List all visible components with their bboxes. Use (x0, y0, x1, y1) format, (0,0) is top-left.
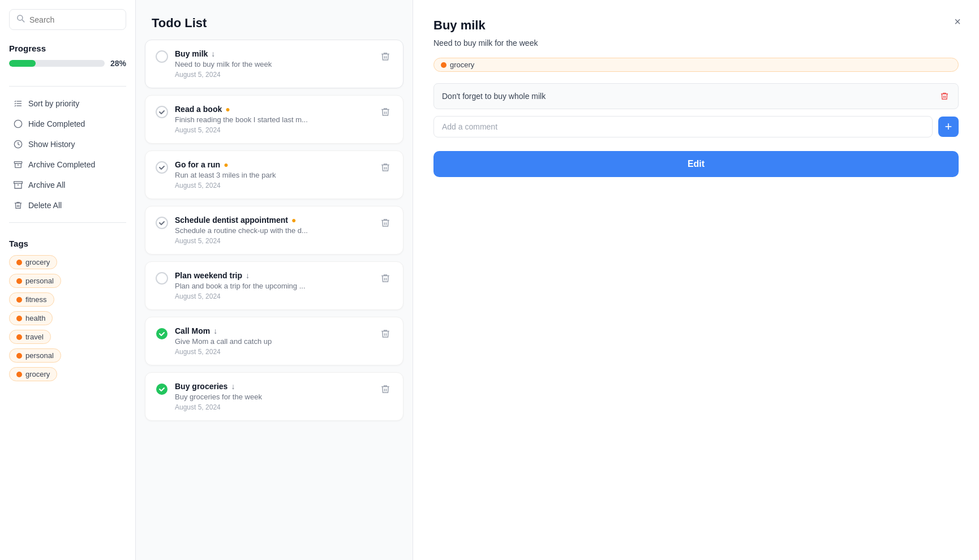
search-input[interactable] (29, 15, 119, 24)
trash-icon-5 (380, 273, 390, 283)
search-icon (16, 14, 25, 25)
tag-label: travel (25, 333, 44, 341)
todo-card-go-run[interactable]: Go for a run ● Run at least 3 miles in t… (145, 150, 403, 199)
priority-indicator-5: ↓ (246, 271, 250, 280)
todo-card-read-book[interactable]: Read a book ● Finish reading the book I … (145, 95, 403, 144)
tag-dot (16, 334, 22, 340)
progress-label: Progress (9, 44, 126, 53)
delete-btn-5[interactable] (378, 271, 393, 286)
divider-1 (9, 86, 126, 87)
todo-content-2: Read a book ● Finish reading the book I … (175, 105, 371, 134)
edit-button[interactable]: Edit (433, 151, 959, 177)
todo-card-buy-groceries[interactable]: Buy groceries ↓ Buy groceries for the we… (145, 372, 403, 421)
svg-rect-8 (14, 182, 23, 183)
delete-btn-2[interactable] (378, 105, 393, 119)
delete-btn-4[interactable] (378, 216, 393, 230)
detail-description: Need to buy milk for the week (433, 38, 959, 48)
tags-section: Tags grocery personal fitness health tra… (9, 239, 126, 386)
archive-icon (14, 160, 23, 169)
todo-content-7: Buy groceries ↓ Buy groceries for the we… (175, 382, 371, 411)
check-icon-4 (156, 217, 168, 231)
todo-card-dentist[interactable]: Schedule dentist appointment ● Schedule … (145, 206, 403, 255)
tag-fitness[interactable]: fitness (9, 292, 54, 307)
delete-all-label: Delete All (28, 201, 62, 210)
todo-desc-5: Plan and book a trip for the upcoming ..… (175, 282, 371, 290)
todo-title-row-4: Schedule dentist appointment ● (175, 216, 371, 225)
todo-content-1: Buy milk ↓ Need to buy milk for the week… (175, 49, 371, 79)
note-delete-button[interactable] (939, 91, 950, 102)
todo-card-call-mom[interactable]: Call Mom ↓ Give Mom a call and catch up … (145, 317, 403, 365)
close-button[interactable]: × (952, 14, 963, 29)
check-icon-6 (156, 328, 168, 342)
trash-icon-1 (380, 51, 390, 62)
tag-grocery-2[interactable]: grocery (9, 367, 57, 381)
delete-btn-3[interactable] (378, 160, 393, 175)
tag-personal-2[interactable]: personal (9, 348, 61, 363)
hide-completed-label: Hide Completed (28, 119, 85, 128)
trash-icon (14, 201, 23, 210)
todo-title-7: Buy groceries (175, 382, 227, 391)
archive-all-icon (14, 180, 23, 189)
detail-tag[interactable]: grocery (433, 58, 959, 72)
tag-dot-detail (441, 62, 446, 68)
tag-label: personal (25, 351, 54, 360)
tag-health[interactable]: health (9, 311, 53, 325)
svg-point-12 (156, 162, 168, 173)
priority-indicator-7: ↓ (231, 382, 235, 391)
comment-input[interactable] (433, 116, 933, 137)
trash-icon-2 (380, 107, 390, 117)
tag-label: grocery (25, 370, 50, 378)
todo-card-buy-milk[interactable]: Buy milk ↓ Need to buy milk for the week… (145, 40, 403, 88)
priority-indicator-3: ● (224, 160, 228, 169)
tag-dot (16, 372, 22, 377)
tag-personal-1[interactable]: personal (9, 274, 61, 288)
trash-icon-4 (380, 218, 390, 228)
tag-label: grocery (25, 258, 50, 266)
detail-tag-label: grocery (450, 61, 474, 69)
svg-point-13 (156, 217, 168, 229)
trash-icon-7 (380, 384, 390, 394)
todo-desc-3: Run at least 3 miles in the park (175, 171, 371, 179)
sort-icon (14, 99, 23, 108)
circle-icon (14, 119, 23, 128)
add-comment-button[interactable]: + (938, 117, 959, 137)
menu-item-show-history[interactable]: Show History (9, 134, 126, 154)
priority-indicator-2: ● (225, 105, 230, 114)
delete-btn-7[interactable] (378, 382, 393, 397)
todo-title-1: Buy milk (175, 49, 208, 58)
detail-panel: × Buy milk Need to buy milk for the week… (413, 0, 979, 560)
check-icon-1 (156, 50, 168, 65)
menu-item-archive-completed[interactable]: Archive Completed (9, 154, 126, 175)
priority-indicator-6: ↓ (213, 326, 217, 335)
menu-item-hide-completed[interactable]: Hide Completed (9, 114, 126, 134)
svg-point-14 (156, 273, 168, 284)
archive-all-label: Archive All (28, 180, 65, 189)
menu-item-delete-all[interactable]: Delete All (9, 195, 126, 216)
comment-row: + (433, 116, 959, 137)
menu-item-sort-priority[interactable]: Sort by priority (9, 93, 126, 114)
todo-date-7: August 5, 2024 (175, 403, 371, 411)
todo-desc-4: Schedule a routine check-up with the d..… (175, 226, 371, 235)
menu-item-archive-all[interactable]: Archive All (9, 175, 126, 195)
svg-rect-7 (14, 162, 22, 163)
clock-icon (14, 140, 23, 149)
todo-title-row-3: Go for a run ● (175, 160, 371, 169)
todo-title-row-6: Call Mom ↓ (175, 326, 371, 335)
tags-label: Tags (9, 239, 126, 248)
tag-grocery-1[interactable]: grocery (9, 255, 57, 269)
sort-priority-label: Sort by priority (28, 99, 79, 108)
todo-content-4: Schedule dentist appointment ● Schedule … (175, 216, 371, 245)
todo-card-weekend-trip[interactable]: Plan weekend trip ↓ Plan and book a trip… (145, 261, 403, 310)
tag-travel[interactable]: travel (9, 330, 51, 344)
delete-btn-6[interactable] (378, 326, 393, 341)
tag-dot (16, 353, 22, 359)
delete-btn-1[interactable] (378, 49, 393, 64)
todo-title-row-5: Plan weekend trip ↓ (175, 271, 371, 280)
search-box[interactable] (9, 9, 126, 30)
trash-icon-6 (380, 329, 390, 339)
check-icon-3 (156, 161, 168, 176)
tag-dot (16, 278, 22, 284)
progress-bar-fill (9, 60, 36, 67)
progress-percent: 28% (110, 59, 126, 68)
tag-dot (16, 260, 22, 265)
